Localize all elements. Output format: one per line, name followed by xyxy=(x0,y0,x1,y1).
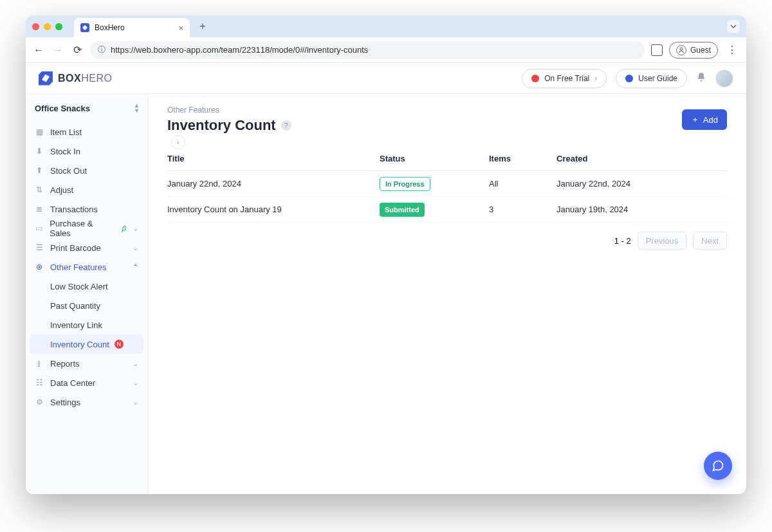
forward-button[interactable]: → xyxy=(51,44,64,56)
help-icon[interactable]: ? xyxy=(281,120,291,131)
sidebar-subitem-inventory-link[interactable]: Inventory Link xyxy=(26,315,147,335)
adjust-icon: ⇅ xyxy=(35,185,44,194)
sidebar-item-label: Data Center xyxy=(50,378,95,388)
next-button[interactable]: Next xyxy=(693,232,727,250)
svg-point-0 xyxy=(680,48,683,50)
sidebar-item-other-features[interactable]: ⊕ Other Features ⌃ xyxy=(26,257,147,277)
table-row[interactable]: Inventory Count on January 19 Submitted … xyxy=(167,197,727,223)
app-logo[interactable]: BOXHERO xyxy=(39,71,112,86)
sidebar-item-stock-in[interactable]: ⬇ Stock In xyxy=(26,142,147,161)
team-name: Office Snacks xyxy=(35,104,90,113)
chart-icon: ⫿ xyxy=(35,359,44,368)
sidebar-item-settings[interactable]: ⚙ Settings ⌄ xyxy=(26,392,147,412)
col-created: Created xyxy=(556,154,727,163)
status-badge: Submitted xyxy=(380,203,425,217)
page-range: 1 - 2 xyxy=(614,236,631,246)
sort-icon: ▴▾ xyxy=(135,103,138,113)
list-icon: ≣ xyxy=(35,205,44,214)
maximize-window-icon[interactable] xyxy=(55,23,62,30)
guide-label: User Guide xyxy=(638,74,677,83)
sidebar-item-label: Adjust xyxy=(50,185,73,195)
chevron-down-icon: ⌄ xyxy=(133,379,138,387)
receipt-icon: ▭ xyxy=(35,224,43,233)
sidebar-item-label: Other Features xyxy=(50,262,106,272)
sidebar-item-print-barcode[interactable]: ☰ Print Barcode ⌄ xyxy=(26,238,147,257)
trial-button[interactable]: On Free Trial › xyxy=(522,69,607,88)
favicon-icon xyxy=(80,23,89,32)
logo-text-box: BOX xyxy=(58,73,81,84)
chevron-down-icon: ⌄ xyxy=(133,398,138,407)
site-info-icon[interactable]: ⓘ xyxy=(98,44,106,55)
col-items: Items xyxy=(489,154,556,163)
sidebar-item-stock-out[interactable]: ⬆ Stock Out xyxy=(26,161,147,180)
sidebar-item-item-list[interactable]: ▦ Item List xyxy=(26,122,147,142)
sidebar-item-label: Print Barcode xyxy=(50,243,101,253)
sidebar-item-purchase-sales[interactable]: ▭ Purchase & Sales β ⌄ xyxy=(26,219,147,238)
user-guide-button[interactable]: User Guide xyxy=(616,69,687,88)
help-chat-button[interactable] xyxy=(704,452,732,480)
chevron-up-icon: ⌃ xyxy=(133,263,138,271)
trial-label: On Free Trial xyxy=(544,74,589,83)
plus-circle-icon: ⊕ xyxy=(35,262,44,271)
close-window-icon[interactable] xyxy=(32,23,39,30)
close-tab-icon[interactable]: × xyxy=(178,23,183,33)
extensions-icon[interactable] xyxy=(651,44,663,56)
address-bar[interactable]: ⓘ https://web.boxhero-app.com/team/22311… xyxy=(90,41,645,59)
browser-menu-button[interactable]: ⋮ xyxy=(724,44,740,56)
info-dot-icon xyxy=(625,75,633,82)
cell-items: All xyxy=(489,179,556,188)
profile-button[interactable]: Guest xyxy=(669,42,718,59)
cell-items: 3 xyxy=(489,205,556,214)
status-badge: In Progress xyxy=(380,177,430,191)
barcode-icon: ☰ xyxy=(35,243,44,252)
browser-tab-strip: BoxHero × + xyxy=(26,15,746,37)
alert-dot-icon xyxy=(531,75,539,82)
sidebar-item-label: Item List xyxy=(50,127,82,137)
sidebar: Office Snacks ▴▾ ▦ Item List ⬇ Stock In … xyxy=(26,94,148,494)
table-header: Title Status Items Created xyxy=(167,147,727,171)
team-selector[interactable]: Office Snacks ▴▾ xyxy=(26,94,147,122)
sidebar-subitem-past-quantity[interactable]: Past Quantity xyxy=(26,296,147,315)
sidebar-subitem-label: Inventory Link xyxy=(50,320,102,330)
new-badge: N xyxy=(115,340,124,349)
chevron-down-icon: ⌄ xyxy=(133,360,138,368)
sidebar-item-label: Transactions xyxy=(50,205,98,214)
sidebar-item-transactions[interactable]: ≣ Transactions xyxy=(26,199,147,219)
main-content: Other Features Inventory Count ? ＋ Add T… xyxy=(148,94,746,494)
inventory-count-table: Title Status Items Created January 22nd,… xyxy=(167,147,727,223)
add-button[interactable]: ＋ Add xyxy=(682,109,727,130)
sidebar-subitem-label: Inventory Count xyxy=(50,340,109,349)
sidebar-subitem-label: Past Quantity xyxy=(50,301,100,311)
sidebar-item-reports[interactable]: ⫿ Reports ⌄ xyxy=(26,354,147,373)
browser-tab[interactable]: BoxHero × xyxy=(74,18,190,37)
pagination: 1 - 2 Previous Next xyxy=(167,232,727,250)
previous-button[interactable]: Previous xyxy=(638,232,687,250)
cell-created: January 22nd, 2024 xyxy=(556,179,727,188)
user-avatar[interactable] xyxy=(715,69,733,87)
sidebar-item-label: Settings xyxy=(50,398,80,407)
sidebar-subitem-label: Low Stock Alert xyxy=(50,282,108,291)
sidebar-subitem-inventory-count[interactable]: Inventory Count N xyxy=(30,335,143,354)
cell-created: January 19th, 2024 xyxy=(556,205,727,214)
col-status: Status xyxy=(380,154,489,163)
profile-icon xyxy=(676,45,686,55)
sidebar-subitem-low-stock[interactable]: Low Stock Alert xyxy=(26,277,147,296)
logo-icon xyxy=(39,71,53,86)
back-button[interactable]: ← xyxy=(32,44,45,56)
col-title: Title xyxy=(167,154,380,163)
new-tab-button[interactable]: + xyxy=(195,21,210,32)
tab-overflow-button[interactable] xyxy=(727,20,740,33)
breadcrumb[interactable]: Other Features xyxy=(167,105,727,115)
notifications-icon[interactable] xyxy=(696,72,706,85)
reload-button[interactable]: ⟳ xyxy=(71,44,84,56)
profile-label: Guest xyxy=(690,46,711,55)
cell-title: Inventory Count on January 19 xyxy=(167,205,380,214)
table-row[interactable]: January 22nd, 2024 In Progress All Janua… xyxy=(167,171,727,197)
sidebar-item-adjust[interactable]: ⇅ Adjust xyxy=(26,180,147,199)
cell-title: January 22nd, 2024 xyxy=(167,179,380,188)
browser-toolbar: ← → ⟳ ⓘ https://web.boxhero-app.com/team… xyxy=(26,37,746,63)
sidebar-item-data-center[interactable]: ☷ Data Center ⌄ xyxy=(26,373,147,392)
url-text: https://web.boxhero-app.com/team/223118/… xyxy=(111,45,368,55)
chevron-down-icon: ⌄ xyxy=(133,244,138,252)
minimize-window-icon[interactable] xyxy=(44,23,51,30)
